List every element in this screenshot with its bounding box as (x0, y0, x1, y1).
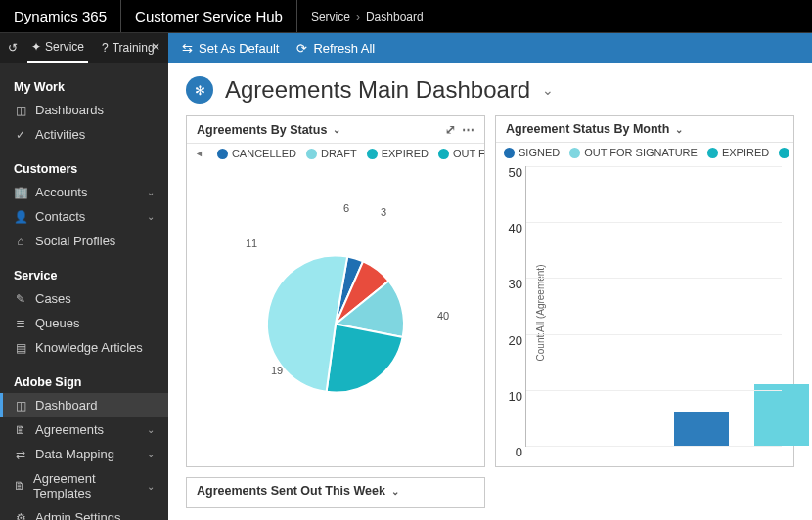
page-title: ✻ Agreements Main Dashboard ⌄ (186, 76, 794, 104)
nav-item-icon: ◫ (14, 104, 27, 117)
nav-item-icon: ✎ (14, 292, 27, 306)
nav-item-label: Cases (35, 291, 71, 306)
legend-item[interactable]: CANCELLED (217, 148, 296, 159)
recent-icon[interactable]: ↺ (8, 41, 18, 55)
cmd-label: Set As Default (199, 41, 279, 56)
breadcrumb-area[interactable]: Service (311, 10, 350, 23)
sidebar-item-queues[interactable]: ≣Queues (0, 311, 168, 335)
sidebar-item-social-profiles[interactable]: ⌂Social Profiles (0, 229, 168, 253)
chevron-down-icon[interactable]: ⌄ (542, 82, 554, 98)
sidebar-item-knowledge-articles[interactable]: ▤Knowledge Articles (0, 335, 168, 360)
y-tick: 20 (509, 332, 522, 347)
sidebar-item-dashboards[interactable]: ◫Dashboards (0, 98, 168, 122)
pie-legend: CANCELLEDDRAFTEXPIREDOUT FOR S (187, 144, 484, 159)
module-tab-service[interactable]: ✦ Service (27, 33, 88, 63)
legend-swatch (367, 149, 378, 159)
nav-item-label: Agreements (35, 422, 104, 437)
sidebar-item-data-mapping[interactable]: ⇄Data Mapping⌄ (0, 442, 168, 466)
card-agreement-status-by-month: Agreement Status By Month ⌄ SIGNEDOUT FO… (495, 115, 794, 467)
breadcrumb: Service › Dashboard (297, 10, 437, 23)
sidebar-item-contacts[interactable]: 👤Contacts⌄ (0, 204, 168, 229)
y-tick: 30 (509, 277, 522, 291)
legend-item[interactable]: DRAFT (779, 147, 793, 158)
help-icon: ? (102, 41, 109, 55)
dashboard-icon: ✻ (186, 76, 213, 104)
cmd-label: Refresh All (313, 41, 375, 56)
card-title: Agreements Sent Out This Week (197, 484, 385, 498)
sidebar-item-cases[interactable]: ✎Cases (0, 286, 168, 311)
nav-section-service: Service (0, 261, 168, 286)
sidebar-item-accounts[interactable]: 🏢Accounts⌄ (0, 180, 168, 204)
nav-item-icon: 🏢 (14, 186, 27, 199)
y-tick: 50 (509, 165, 522, 180)
module-tab-training[interactable]: ? Training (98, 33, 158, 63)
legend-swatch (779, 148, 789, 158)
pie-value-label: 19 (271, 365, 283, 376)
y-tick: 10 (509, 388, 522, 403)
breadcrumb-page[interactable]: Dashboard (366, 10, 424, 23)
nav-item-icon: ⚙ (14, 511, 27, 521)
legend-label: CANCELLED (232, 148, 296, 159)
wrench-icon: ✦ (31, 40, 41, 54)
more-icon[interactable]: ⋯ (462, 122, 474, 137)
sidebar-item-activities[interactable]: ✓Activities (0, 122, 168, 147)
pie-value-label: 40 (437, 310, 449, 322)
legend-item[interactable]: EXPIRED (367, 148, 429, 159)
global-header: Dynamics 365 Customer Service Hub Servic… (0, 0, 812, 33)
legend-item[interactable]: DRAFT (306, 148, 357, 159)
module-tab-label: Service (45, 40, 84, 54)
chevron-down-icon: ⌄ (147, 187, 155, 197)
app-name[interactable]: Customer Service Hub (121, 0, 297, 32)
bar-signed[interactable] (674, 412, 729, 446)
legend-item[interactable]: SIGNED (504, 147, 560, 158)
legend-item[interactable]: OUT FOR SIGNATURE (569, 147, 698, 158)
chevron-down-icon[interactable]: ⌄ (391, 486, 399, 497)
bar-out-for-signature[interactable] (754, 384, 809, 446)
chevron-down-icon: ⌄ (147, 424, 155, 435)
nav-item-icon: ▤ (14, 341, 27, 355)
sidebar-item-admin-settings[interactable]: ⚙Admin Settings (0, 505, 168, 520)
refresh-all-button[interactable]: ⟳ Refresh All (296, 41, 375, 56)
set-as-default-button[interactable]: ⇆ Set As Default (182, 41, 279, 56)
nav-item-icon: ⌂ (14, 235, 27, 248)
chevron-down-icon: ⌄ (147, 211, 155, 222)
close-icon[interactable]: ✕ (151, 40, 160, 54)
module-tab-label: Training (113, 41, 155, 55)
pie-chart: 3 6 11 19 40 (187, 159, 484, 466)
chevron-down-icon[interactable]: ⌄ (333, 124, 340, 135)
pie-value-label: 3 (381, 206, 386, 218)
chevron-down-icon[interactable]: ⌄ (675, 124, 683, 135)
legend-swatch (306, 149, 317, 159)
sidebar-item-dashboard[interactable]: ◫Dashboard (0, 393, 168, 417)
nav-item-label: Accounts (35, 185, 87, 199)
command-bar: ⇆ Set As Default ⟳ Refresh All (168, 33, 812, 63)
nav-section-customers: Customers (0, 154, 168, 180)
legend-label: DRAFT (321, 148, 357, 159)
legend-swatch (438, 149, 449, 159)
legend-swatch (707, 148, 718, 158)
pie-slice-expired[interactable] (327, 324, 403, 392)
product-brand[interactable]: Dynamics 365 (0, 0, 121, 32)
nav-item-label: Contacts (35, 209, 85, 224)
sidebar-item-agreements[interactable]: 🗎Agreements⌄ (0, 417, 168, 442)
bar-legend: SIGNEDOUT FOR SIGNATUREEXPIREDDRAFTCANCE… (496, 143, 793, 158)
nav-item-label: Dashboards (35, 103, 104, 117)
chevron-right-icon: › (356, 10, 360, 23)
legend-swatch (217, 149, 228, 159)
pie-value-label: 6 (343, 202, 349, 214)
chevron-down-icon: ⌄ (147, 449, 155, 459)
nav-item-icon: 🗎 (14, 479, 25, 493)
legend-item[interactable]: EXPIRED (707, 147, 769, 158)
pie-svg (252, 240, 419, 407)
nav-item-label: Admin Settings (35, 510, 120, 520)
legend-item[interactable]: OUT FOR S (438, 148, 484, 159)
sidebar-item-agreement-templates[interactable]: 🗎Agreement Templates⌄ (0, 466, 168, 505)
pie-value-label: 11 (246, 238, 257, 249)
nav-item-label: Agreement Templates (33, 471, 139, 500)
nav-item-icon: ✓ (14, 128, 27, 142)
expand-icon[interactable]: ⤢ (445, 122, 456, 137)
page-title-text: Agreements Main Dashboard (225, 76, 530, 104)
legend-label: OUT FOR S (453, 148, 484, 159)
nav-item-label: Dashboard (35, 398, 98, 412)
legend-swatch (504, 148, 515, 158)
